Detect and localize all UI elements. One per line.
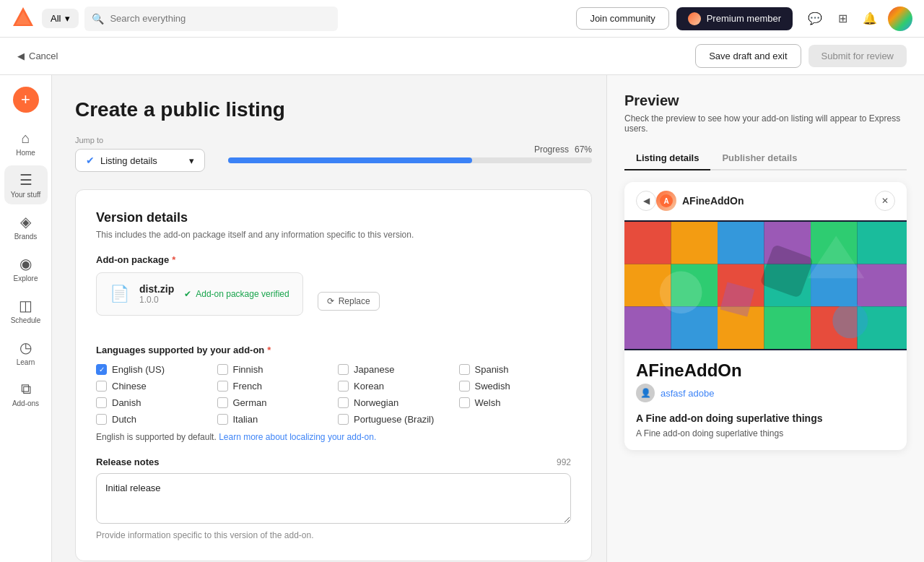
learn-more-localization-link[interactable]: Learn more about localizing your add-on. — [219, 432, 376, 442]
language-item[interactable]: Swedish — [459, 381, 572, 392]
preview-image — [624, 220, 907, 350]
version-details-title: Version details — [96, 210, 571, 225]
svg-point-25 — [832, 303, 868, 338]
language-item[interactable]: Japanese — [338, 364, 450, 375]
sidebar-item-schedule[interactable]: ◫ Schedule — [4, 291, 48, 330]
language-item[interactable]: Welsh — [459, 397, 572, 408]
language-checkbox[interactable]: ✓ — [96, 364, 107, 375]
required-star: * — [172, 254, 175, 265]
language-checkbox[interactable] — [217, 364, 228, 375]
svg-rect-5 — [671, 222, 718, 264]
search-input[interactable] — [110, 13, 330, 24]
package-verified: ✔ Add-on package verified — [184, 289, 289, 299]
progress-percent: 67% — [575, 144, 592, 155]
svg-rect-19 — [764, 306, 811, 349]
sidebar-item-learn[interactable]: ◷ Learn — [4, 333, 48, 372]
language-item[interactable]: Danish — [96, 397, 209, 408]
back-arrow-icon: ◀ — [17, 51, 25, 61]
language-checkbox[interactable] — [338, 397, 349, 408]
languages-grid: ✓English (US)FinnishJapaneseSpanishChine… — [96, 364, 571, 425]
preview-card: ◀ A AFineAddOn ✕ — [624, 182, 907, 450]
sidebar-brands-label: Brands — [14, 233, 38, 241]
language-checkbox[interactable] — [459, 364, 470, 375]
language-checkbox[interactable] — [217, 397, 228, 408]
cancel-button[interactable]: ◀ Cancel — [17, 51, 58, 61]
language-item[interactable]: Portuguese (Brazil) — [338, 414, 450, 425]
submit-review-button[interactable]: Submit for review — [808, 45, 907, 67]
language-checkbox[interactable] — [338, 381, 349, 392]
preview-addon-name: AFineAddOn — [624, 350, 907, 384]
sidebar-your-stuff-label: Your stuff — [11, 191, 41, 199]
language-checkbox[interactable] — [459, 397, 470, 408]
language-checkbox[interactable] — [338, 364, 349, 375]
replace-button[interactable]: ⟳ Replace — [318, 292, 380, 311]
bell-icon: 🔔 — [863, 12, 877, 25]
language-label: Portuguese (Brazil) — [354, 414, 434, 425]
package-version: 1.0.0 — [139, 295, 174, 305]
preview-card-title-text: AFineAddOn — [682, 195, 875, 207]
language-item[interactable]: Finnish — [217, 364, 330, 375]
language-checkbox[interactable] — [96, 381, 107, 392]
app-logo[interactable] — [12, 6, 35, 31]
progress-label: Progress — [534, 144, 569, 155]
svg-rect-4 — [624, 222, 671, 264]
language-item[interactable]: Italian — [217, 414, 330, 425]
listing-details-label: Listing details — [100, 155, 157, 166]
home-icon: ⌂ — [21, 130, 30, 147]
svg-rect-9 — [858, 222, 907, 264]
version-details-desc: This includes the add-on package itself … — [96, 230, 571, 240]
language-item[interactable]: Dutch — [96, 414, 209, 425]
language-checkbox[interactable] — [217, 414, 228, 425]
sidebar-item-add-ons[interactable]: ⧉ Add-ons — [4, 375, 48, 413]
sidebar-item-explore[interactable]: ◉ Explore — [4, 249, 48, 288]
language-checkbox[interactable] — [338, 414, 349, 425]
preview-panel: Preview Check the preview to see how you… — [606, 75, 924, 562]
version-details-card: Version details This includes the add-on… — [75, 189, 592, 561]
listing-details-dropdown[interactable]: ✔ Listing details ▾ — [75, 149, 205, 172]
svg-point-22 — [660, 271, 702, 314]
svg-rect-16 — [624, 306, 671, 349]
grid-button[interactable]: ⊞ — [830, 7, 855, 31]
sidebar-item-your-stuff[interactable]: ☰ Your stuff — [4, 165, 48, 204]
language-item[interactable]: Korean — [338, 381, 450, 392]
brands-icon: ◈ — [20, 213, 31, 230]
preview-close-button[interactable]: ✕ — [875, 191, 895, 211]
language-item[interactable]: Spanish — [459, 364, 572, 375]
language-item[interactable]: French — [217, 381, 330, 392]
language-checkbox[interactable] — [217, 381, 228, 392]
sidebar-add-ons-label: Add-ons — [12, 399, 39, 407]
language-item[interactable]: German — [217, 397, 330, 408]
learn-icon: ◷ — [19, 339, 32, 356]
language-checkbox[interactable] — [96, 414, 107, 425]
sidebar-item-brands[interactable]: ◈ Brands — [4, 207, 48, 246]
language-checkbox[interactable] — [459, 381, 470, 392]
plus-icon: + — [21, 90, 30, 109]
messages-button[interactable]: 💬 — [803, 7, 827, 31]
release-notes-textarea[interactable] — [96, 473, 571, 524]
svg-rect-15 — [858, 264, 907, 307]
language-item[interactable]: Norwegian — [338, 397, 450, 408]
all-dropdown[interactable]: All ▾ — [42, 9, 79, 28]
jump-to-label: Jump to — [75, 136, 205, 144]
replace-icon: ⟳ — [327, 296, 334, 306]
notifications-button[interactable]: 🔔 — [858, 7, 882, 31]
preview-tab-listing[interactable]: Listing details — [624, 147, 710, 170]
preview-addon-logo: A — [656, 191, 676, 211]
save-draft-button[interactable]: Save draft and exit — [695, 44, 801, 68]
avatar[interactable] — [888, 7, 912, 31]
sidebar-item-home[interactable]: ⌂ Home — [4, 124, 48, 163]
join-community-button[interactable]: Join community — [576, 7, 668, 30]
preview-back-button[interactable]: ◀ — [636, 191, 656, 211]
main-content: Create a public listing Jump to ✔ Listin… — [52, 75, 615, 562]
add-button[interactable]: + — [13, 87, 39, 113]
language-checkbox[interactable] — [96, 397, 107, 408]
svg-rect-6 — [718, 222, 764, 264]
language-item[interactable]: Chinese — [96, 381, 209, 392]
preview-card-header: ◀ A AFineAddOn ✕ — [624, 182, 907, 220]
addon-package-label: Add-on package * — [96, 254, 571, 265]
premium-member-button[interactable]: Premium member — [676, 7, 793, 30]
your-stuff-icon: ☰ — [19, 171, 32, 189]
progress-bar-wrap — [228, 157, 592, 163]
language-item[interactable]: ✓English (US) — [96, 364, 209, 375]
preview-tab-publisher[interactable]: Publisher details — [710, 147, 808, 170]
